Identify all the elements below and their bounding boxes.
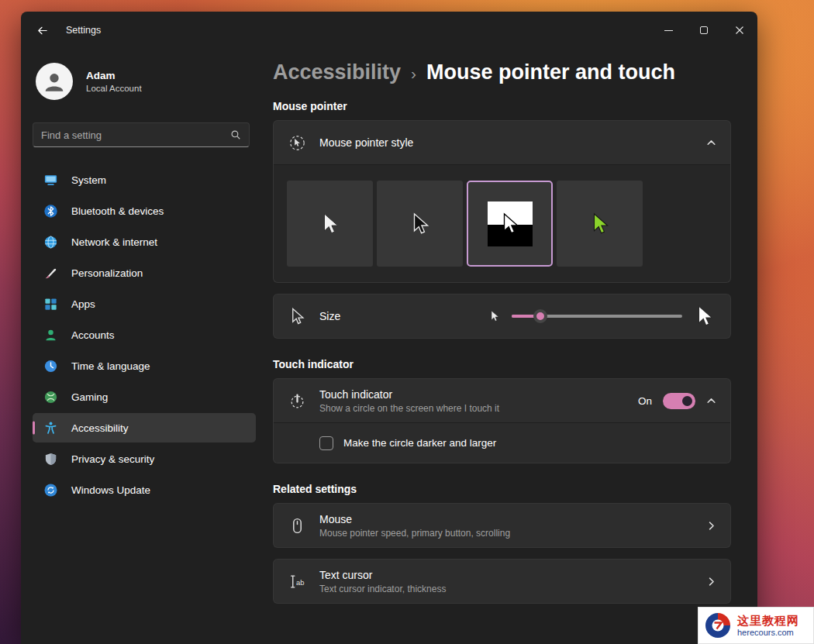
sidebar-item-apps[interactable]: Apps <box>33 289 256 319</box>
mouse-pointer-style-header[interactable]: Mouse pointer style <box>274 121 730 164</box>
large-cursor-icon <box>693 305 716 328</box>
sidebar-item-gaming[interactable]: Gaming <box>33 382 256 412</box>
sidebar: Adam Local Account <box>21 49 261 644</box>
minimize-button[interactable] <box>650 16 686 44</box>
account-block[interactable]: Adam Local Account <box>36 63 253 100</box>
circle-darker-row: Make the circle darker and larger <box>274 422 730 463</box>
sidebar-item-system[interactable]: System <box>33 165 256 195</box>
network-globe-icon <box>43 235 58 250</box>
sidebar-item-network[interactable]: Network & internet <box>33 227 256 257</box>
sidebar-item-accessibility[interactable]: Accessibility <box>33 413 256 443</box>
titlebar: Settings <box>21 12 757 49</box>
text-cursor-icon: ab <box>288 573 306 591</box>
window-controls <box>650 16 757 44</box>
system-icon <box>43 173 58 188</box>
size-pointer-icon <box>288 308 306 325</box>
related-mouse-title: Mouse <box>319 513 510 525</box>
related-mouse-card[interactable]: Mouse Mouse pointer speed, primary butto… <box>273 503 731 548</box>
minimize-icon <box>664 30 673 31</box>
window-body: Adam Local Account <box>21 49 757 644</box>
pointer-style-option-inverted[interactable] <box>467 181 553 267</box>
watermark: 这里教程网 herecours.com <box>698 607 814 644</box>
sidebar-item-bluetooth[interactable]: Bluetooth & devices <box>33 196 256 226</box>
search-input[interactable] <box>33 129 230 141</box>
chevron-right-icon <box>706 521 716 531</box>
inverted-cursor-icon <box>498 212 522 236</box>
svg-text:ab: ab <box>295 577 303 586</box>
page-title: Mouse pointer and touch <box>426 60 675 84</box>
slider-thumb[interactable] <box>533 309 547 323</box>
close-button[interactable] <box>722 16 757 44</box>
related-text-cursor-subtitle: Text cursor indicator, thickness <box>319 584 446 594</box>
back-button[interactable] <box>26 18 58 43</box>
sidebar-item-accounts[interactable]: Accounts <box>33 320 256 350</box>
mouse-pointer-style-card: Mouse pointer style <box>273 120 731 283</box>
circle-darker-label: Make the circle darker and larger <box>343 437 496 449</box>
touch-indicator-text: Touch indicator Show a circle on the scr… <box>319 388 499 414</box>
accounts-person-icon <box>43 328 58 343</box>
related-text-cursor-text: Text cursor Text cursor indicator, thick… <box>319 569 446 594</box>
breadcrumb-separator-icon: › <box>411 63 416 83</box>
related-text-cursor-title: Text cursor <box>319 569 446 581</box>
section-touch-indicator-label: Touch indicator <box>273 358 731 370</box>
size-slider[interactable] <box>512 308 682 324</box>
related-text-cursor-card[interactable]: ab Text cursor Text cursor indicator, th… <box>273 559 731 604</box>
sidebar-item-windows-update[interactable]: Windows Update <box>33 475 256 505</box>
apps-grid-icon <box>43 297 58 312</box>
window-title: Settings <box>66 25 101 36</box>
sidebar-item-label: Time & language <box>71 360 150 372</box>
green-cursor-icon <box>588 212 612 236</box>
related-mouse-subtitle: Mouse pointer speed, primary button, scr… <box>319 528 510 539</box>
watermark-text: 这里教程网 herecours.com <box>737 614 799 637</box>
breadcrumb-parent[interactable]: Accessibility <box>273 60 401 84</box>
touch-indicator-toggle[interactable] <box>663 393 695 409</box>
black-cursor-icon <box>409 212 432 236</box>
close-icon <box>735 26 744 35</box>
watermark-site-name: 这里教程网 <box>737 614 799 628</box>
touch-indicator-title: Touch indicator <box>319 388 499 401</box>
inverted-preview <box>488 201 533 246</box>
sidebar-item-label: Accounts <box>71 329 115 341</box>
section-related-label: Related settings <box>273 483 731 495</box>
sidebar-item-label: Personalization <box>71 267 143 279</box>
toggle-state-label: On <box>638 395 652 407</box>
touch-indicator-header[interactable]: Touch indicator Show a circle on the scr… <box>274 379 730 422</box>
sidebar-item-label: Privacy & security <box>71 453 154 465</box>
sidebar-item-time-language[interactable]: Time & language <box>33 351 256 381</box>
sidebar-item-label: Network & internet <box>71 236 157 248</box>
breadcrumb: Accessibility › Mouse pointer and touch <box>273 60 731 84</box>
main-content: Accessibility › Mouse pointer and touch … <box>261 49 757 644</box>
sidebar-item-privacy[interactable]: Privacy & security <box>33 444 256 474</box>
related-mouse-text: Mouse Mouse pointer speed, primary butto… <box>319 513 510 539</box>
pointer-style-option-white[interactable] <box>287 181 373 267</box>
touch-icon <box>288 392 306 410</box>
pointer-size-card: Size <box>273 294 731 339</box>
bluetooth-icon <box>43 204 58 219</box>
sidebar-item-personalization[interactable]: Personalization <box>33 258 256 288</box>
pointer-style-title: Mouse pointer style <box>319 136 413 149</box>
mouse-device-icon <box>288 517 306 535</box>
pointer-style-option-black[interactable] <box>377 181 463 267</box>
white-cursor-icon <box>319 212 342 236</box>
maximize-button[interactable] <box>686 16 722 44</box>
sidebar-item-label: Apps <box>71 298 95 310</box>
small-cursor-icon <box>488 310 501 322</box>
paintbrush-icon <box>43 266 58 281</box>
search-icon[interactable] <box>230 129 241 140</box>
sidebar-item-label: Accessibility <box>71 422 129 434</box>
gaming-icon <box>43 390 58 405</box>
account-info: Adam Local Account <box>86 70 142 93</box>
avatar <box>36 63 73 100</box>
circle-darker-checkbox[interactable] <box>319 436 333 450</box>
section-mouse-pointer-label: Mouse pointer <box>273 100 731 112</box>
sidebar-item-label: Windows Update <box>71 484 150 496</box>
pointer-style-icon <box>288 134 306 152</box>
watermark-site-url: herecours.com <box>737 628 799 637</box>
clock-icon <box>43 359 58 374</box>
toggle-knob <box>682 396 692 406</box>
shield-icon <box>43 452 58 467</box>
touch-indicator-subtitle: Show a circle on the screen where I touc… <box>319 403 499 414</box>
size-title: Size <box>319 310 340 322</box>
maximize-icon <box>700 26 708 34</box>
pointer-style-option-custom[interactable] <box>557 181 643 267</box>
